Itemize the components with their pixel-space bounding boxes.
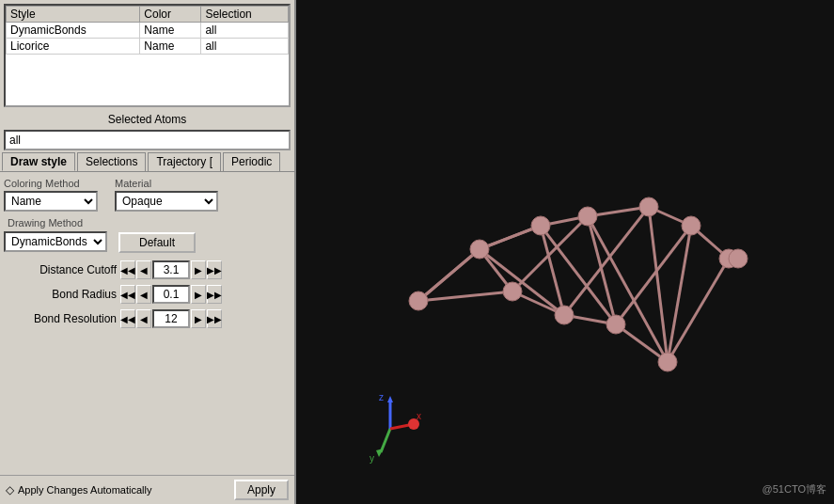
- svg-point-28: [503, 282, 522, 301]
- drawing-method-label: Drawing Method: [8, 217, 291, 228]
- apply-auto-label: Apply Changes Automatically: [18, 484, 151, 496]
- spinner-last-2[interactable]: ▶▶: [207, 309, 222, 328]
- z-axis-label: z: [379, 392, 384, 402]
- tab-content-draw-style: Coloring Method NameTypeResNameResIDChai…: [0, 172, 294, 475]
- svg-point-37: [729, 249, 747, 268]
- spinner-prev-2[interactable]: ◀: [136, 309, 151, 328]
- spinner-row: Bond Radius ◀◀ ◀ ▶ ▶▶: [4, 285, 291, 304]
- spinner-prev-0[interactable]: ◀: [136, 260, 151, 279]
- spinner-controls-2: ◀◀ ◀ ▶ ▶▶: [120, 309, 222, 328]
- bottom-bar: ◇ Apply Changes Automatically Apply: [0, 475, 294, 504]
- spinner-label-2: Bond Resolution: [4, 312, 117, 325]
- svg-point-32: [606, 315, 625, 334]
- left-panel: Style Color Selection DynamicBondsNameal…: [0, 0, 296, 504]
- svg-line-40: [381, 429, 390, 452]
- table-cell: DynamicBonds: [7, 23, 140, 39]
- y-axis-label: y: [370, 453, 374, 464]
- spinner-first-2[interactable]: ◀◀: [120, 309, 135, 328]
- svg-marker-39: [387, 396, 393, 402]
- svg-point-27: [470, 240, 489, 259]
- spinner-prev-1[interactable]: ◀: [136, 285, 151, 304]
- spinner-label-0: Distance Cutoff: [4, 263, 117, 276]
- selected-atoms-label: Selected Atoms: [0, 111, 294, 128]
- tab-selections[interactable]: Selections: [77, 152, 146, 171]
- svg-point-26: [409, 291, 428, 310]
- table-cell: all: [201, 23, 289, 39]
- spinner-value-0[interactable]: [152, 260, 190, 279]
- svg-point-35: [682, 216, 700, 235]
- table-row[interactable]: DynamicBondsNameall: [7, 23, 289, 39]
- table-row[interactable]: LicoriceNameall: [7, 39, 289, 55]
- table-cell: Name: [140, 23, 201, 39]
- table-cell: Name: [140, 39, 201, 55]
- spinner-controls-1: ◀◀ ◀ ▶ ▶▶: [120, 285, 222, 304]
- col-selection: Selection: [201, 7, 289, 23]
- spinner-next-1[interactable]: ▶: [191, 285, 206, 304]
- coloring-method-select[interactable]: NameTypeResNameResIDChainColorID: [4, 191, 98, 212]
- spinner-last-1[interactable]: ▶▶: [207, 285, 222, 304]
- spinner-label-1: Bond Radius: [4, 288, 117, 301]
- material-select[interactable]: OpaqueTransparentGlossyDiffuseGhost: [115, 191, 218, 212]
- tab-periodic[interactable]: Periodic: [223, 152, 280, 171]
- svg-point-34: [658, 353, 677, 371]
- spinner-first-1[interactable]: ◀◀: [120, 285, 135, 304]
- spinner-row: Distance Cutoff ◀◀ ◀ ▶ ▶▶: [4, 260, 291, 279]
- svg-point-29: [531, 216, 550, 235]
- spinner-value-2[interactable]: [152, 309, 190, 328]
- spinner-last-0[interactable]: ▶▶: [207, 260, 222, 279]
- col-color: Color: [140, 7, 201, 23]
- tab-draw-style[interactable]: Draw style: [2, 152, 75, 171]
- tab-trajectory[interactable]: Trajectory [: [148, 152, 221, 171]
- table-cell: all: [201, 39, 289, 55]
- default-button[interactable]: Default: [118, 232, 196, 253]
- table-cell: Licorice: [7, 39, 140, 55]
- watermark: @51CTO博客: [763, 482, 826, 496]
- coloring-method-section: Coloring Method NameTypeResNameResIDChai…: [4, 176, 98, 212]
- tabs-bar: Draw style Selections Trajectory [ Perio…: [0, 152, 294, 172]
- selected-atoms-input[interactable]: [4, 130, 291, 150]
- axis-indicator: z y x: [353, 391, 428, 466]
- apply-button[interactable]: Apply: [234, 480, 289, 500]
- representations-table: Style Color Selection DynamicBondsNameal…: [4, 4, 291, 107]
- spinner-row: Bond Resolution ◀◀ ◀ ▶ ▶▶: [4, 309, 291, 328]
- drawing-method-section: Drawing Method DynamicBondsLinesBondsCPK…: [4, 215, 291, 257]
- x-axis-label: x: [417, 411, 421, 421]
- apply-auto-section: ◇ Apply Changes Automatically: [6, 483, 151, 496]
- diamond-icon: ◇: [6, 483, 14, 496]
- svg-point-33: [639, 197, 658, 216]
- spinners-container: Distance Cutoff ◀◀ ◀ ▶ ▶▶ Bond Radius ◀◀…: [4, 260, 291, 334]
- svg-point-31: [578, 207, 597, 226]
- coloring-method-label: Coloring Method: [4, 178, 80, 189]
- 3d-viewport: z y x @51CTO博客: [296, 0, 834, 504]
- spinner-next-2[interactable]: ▶: [191, 309, 206, 328]
- drawing-method-select[interactable]: DynamicBondsLinesBondsCPKVDWLicorice: [4, 231, 107, 252]
- spinner-next-0[interactable]: ▶: [191, 260, 206, 279]
- spinner-first-0[interactable]: ◀◀: [120, 260, 135, 279]
- drawing-row: DynamicBondsLinesBondsCPKVDWLicorice Def…: [4, 230, 291, 253]
- svg-point-30: [555, 306, 574, 324]
- spinner-controls-0: ◀◀ ◀ ▶ ▶▶: [120, 260, 222, 279]
- col-style: Style: [7, 7, 140, 23]
- spinner-value-1[interactable]: [152, 285, 190, 304]
- material-label: Material: [115, 178, 151, 189]
- material-section: Material OpaqueTransparentGlossyDiffuseG…: [115, 176, 218, 212]
- svg-marker-41: [376, 449, 384, 457]
